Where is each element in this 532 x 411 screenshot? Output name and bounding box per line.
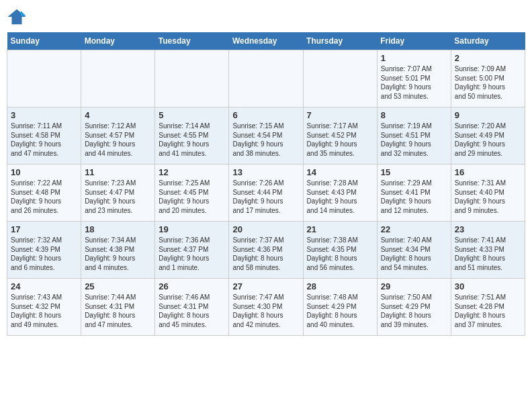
calendar-cell: 6Sunrise: 7:15 AM Sunset: 4:54 PM Daylig… [229,107,303,165]
day-number: 22 [381,224,447,234]
calendar-cell: 22Sunrise: 7:40 AM Sunset: 4:34 PM Dayli… [377,222,451,279]
day-number: 28 [307,281,373,291]
calendar-cell: 17Sunrise: 7:32 AM Sunset: 4:39 PM Dayli… [7,222,81,279]
header-wednesday: Wednesday [229,32,303,50]
day-number: 11 [85,167,151,177]
day-number: 26 [159,281,225,291]
calendar-cell: 2Sunrise: 7:09 AM Sunset: 5:00 PM Daylig… [451,50,525,107]
calendar-cell: 26Sunrise: 7:46 AM Sunset: 4:31 PM Dayli… [155,279,229,336]
day-number: 13 [232,167,299,177]
day-info: Sunrise: 7:17 AM Sunset: 4:52 PM Dayligh… [307,122,373,158]
calendar-cell: 29Sunrise: 7:50 AM Sunset: 4:29 PM Dayli… [377,279,451,336]
day-info: Sunrise: 7:40 AM Sunset: 4:34 PM Dayligh… [381,236,447,272]
calendar-cell: 23Sunrise: 7:41 AM Sunset: 4:33 PM Dayli… [451,222,525,279]
day-number: 21 [307,224,373,234]
day-number: 24 [11,281,77,291]
day-info: Sunrise: 7:28 AM Sunset: 4:43 PM Dayligh… [307,179,373,215]
calendar-header-row: SundayMondayTuesdayWednesdayThursdayFrid… [7,32,525,50]
day-number: 5 [159,110,225,120]
day-info: Sunrise: 7:22 AM Sunset: 4:48 PM Dayligh… [11,179,77,215]
day-info: Sunrise: 7:36 AM Sunset: 4:37 PM Dayligh… [159,236,225,272]
calendar-cell: 8Sunrise: 7:19 AM Sunset: 4:51 PM Daylig… [377,107,451,165]
calendar-cell [155,50,229,107]
calendar-cell: 27Sunrise: 7:47 AM Sunset: 4:30 PM Dayli… [229,279,303,336]
svg-marker-1 [21,11,26,16]
day-info: Sunrise: 7:38 AM Sunset: 4:35 PM Dayligh… [307,236,373,272]
calendar-cell: 5Sunrise: 7:14 AM Sunset: 4:55 PM Daylig… [155,107,229,165]
day-number: 2 [455,53,521,63]
calendar-cell: 19Sunrise: 7:36 AM Sunset: 4:37 PM Dayli… [155,222,229,279]
logo-icon [7,7,27,27]
day-number: 6 [232,110,299,120]
calendar-cell: 21Sunrise: 7:38 AM Sunset: 4:35 PM Dayli… [303,222,377,279]
svg-marker-0 [8,9,26,25]
day-number: 7 [307,110,373,120]
calendar-table: SundayMondayTuesdayWednesdayThursdayFrid… [7,32,525,336]
day-info: Sunrise: 7:12 AM Sunset: 4:57 PM Dayligh… [85,122,151,158]
calendar-cell: 13Sunrise: 7:26 AM Sunset: 4:44 PM Dayli… [229,165,303,222]
calendar-cell: 1Sunrise: 7:07 AM Sunset: 5:01 PM Daylig… [377,50,451,107]
day-info: Sunrise: 7:44 AM Sunset: 4:31 PM Dayligh… [85,293,151,329]
day-number: 25 [85,281,151,291]
calendar-cell [303,50,377,107]
day-number: 10 [11,167,77,177]
calendar-cell: 28Sunrise: 7:48 AM Sunset: 4:29 PM Dayli… [303,279,377,336]
calendar-week-row: 17Sunrise: 7:32 AM Sunset: 4:39 PM Dayli… [7,222,525,279]
day-number: 3 [11,110,77,120]
day-number: 1 [381,53,447,63]
calendar-cell: 18Sunrise: 7:34 AM Sunset: 4:38 PM Dayli… [81,222,155,279]
day-info: Sunrise: 7:23 AM Sunset: 4:47 PM Dayligh… [85,179,151,215]
day-info: Sunrise: 7:48 AM Sunset: 4:29 PM Dayligh… [307,293,373,329]
day-number: 12 [159,167,225,177]
calendar-cell: 16Sunrise: 7:31 AM Sunset: 4:40 PM Dayli… [451,165,525,222]
day-info: Sunrise: 7:47 AM Sunset: 4:30 PM Dayligh… [232,293,299,329]
day-info: Sunrise: 7:32 AM Sunset: 4:39 PM Dayligh… [11,236,77,272]
calendar-week-row: 24Sunrise: 7:43 AM Sunset: 4:32 PM Dayli… [7,279,525,336]
day-info: Sunrise: 7:29 AM Sunset: 4:41 PM Dayligh… [381,179,447,215]
day-info: Sunrise: 7:34 AM Sunset: 4:38 PM Dayligh… [85,236,151,272]
day-info: Sunrise: 7:31 AM Sunset: 4:40 PM Dayligh… [455,179,521,215]
calendar-cell: 30Sunrise: 7:51 AM Sunset: 4:28 PM Dayli… [451,279,525,336]
calendar-cell: 24Sunrise: 7:43 AM Sunset: 4:32 PM Dayli… [7,279,81,336]
day-number: 18 [85,224,151,234]
day-info: Sunrise: 7:20 AM Sunset: 4:49 PM Dayligh… [455,122,521,158]
header-thursday: Thursday [303,32,377,50]
calendar-cell: 12Sunrise: 7:25 AM Sunset: 4:45 PM Dayli… [155,165,229,222]
day-number: 19 [159,224,225,234]
header-saturday: Saturday [451,32,525,50]
day-info: Sunrise: 7:46 AM Sunset: 4:31 PM Dayligh… [159,293,225,329]
calendar-cell [229,50,303,107]
calendar-week-row: 3Sunrise: 7:11 AM Sunset: 4:58 PM Daylig… [7,107,525,165]
calendar-cell: 10Sunrise: 7:22 AM Sunset: 4:48 PM Dayli… [7,165,81,222]
header-monday: Monday [81,32,155,50]
calendar-cell: 14Sunrise: 7:28 AM Sunset: 4:43 PM Dayli… [303,165,377,222]
calendar-cell: 15Sunrise: 7:29 AM Sunset: 4:41 PM Dayli… [377,165,451,222]
day-info: Sunrise: 7:41 AM Sunset: 4:33 PM Dayligh… [455,236,521,272]
day-number: 9 [455,110,521,120]
calendar-cell: 9Sunrise: 7:20 AM Sunset: 4:49 PM Daylig… [451,107,525,165]
day-info: Sunrise: 7:51 AM Sunset: 4:28 PM Dayligh… [455,293,521,329]
day-number: 15 [381,167,447,177]
header-friday: Friday [377,32,451,50]
day-number: 4 [85,110,151,120]
day-number: 20 [232,224,299,234]
calendar-cell: 7Sunrise: 7:17 AM Sunset: 4:52 PM Daylig… [303,107,377,165]
calendar-week-row: 1Sunrise: 7:07 AM Sunset: 5:01 PM Daylig… [7,50,525,107]
calendar-cell: 3Sunrise: 7:11 AM Sunset: 4:58 PM Daylig… [7,107,81,165]
day-info: Sunrise: 7:37 AM Sunset: 4:36 PM Dayligh… [232,236,299,272]
page-header [7,7,525,27]
day-number: 23 [455,224,521,234]
day-info: Sunrise: 7:43 AM Sunset: 4:32 PM Dayligh… [11,293,77,329]
day-number: 14 [307,167,373,177]
calendar-cell: 20Sunrise: 7:37 AM Sunset: 4:36 PM Dayli… [229,222,303,279]
day-info: Sunrise: 7:19 AM Sunset: 4:51 PM Dayligh… [381,122,447,158]
day-number: 17 [11,224,77,234]
calendar-cell: 4Sunrise: 7:12 AM Sunset: 4:57 PM Daylig… [81,107,155,165]
day-number: 27 [232,281,299,291]
day-number: 30 [455,281,521,291]
day-number: 8 [381,110,447,120]
logo [7,7,30,27]
day-info: Sunrise: 7:15 AM Sunset: 4:54 PM Dayligh… [232,122,299,158]
day-info: Sunrise: 7:26 AM Sunset: 4:44 PM Dayligh… [232,179,299,215]
header-tuesday: Tuesday [155,32,229,50]
